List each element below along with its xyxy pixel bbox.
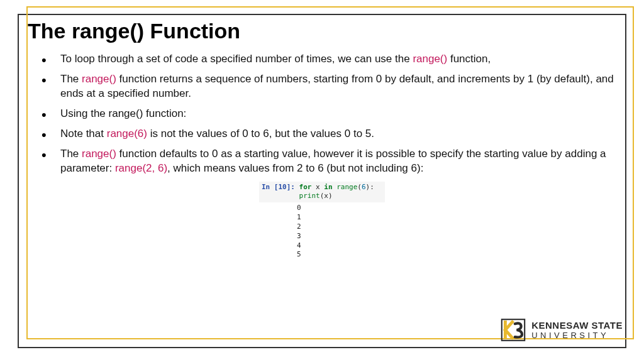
- logo-line2: UNIVERSITY: [531, 331, 623, 339]
- slide-title: The range() Function: [28, 19, 616, 43]
- highlight: range(6): [107, 128, 147, 140]
- code-text: (x): [320, 192, 333, 200]
- text: function,: [447, 53, 491, 65]
- text: Note that: [60, 128, 107, 140]
- highlight: range(): [82, 73, 116, 85]
- bullet-list: To loop through a set of code a specifie…: [28, 52, 616, 176]
- highlight: range(): [82, 148, 116, 160]
- logo-line1: KENNESAW STATE: [531, 321, 623, 330]
- text: To loop through a set of code a specifie…: [60, 53, 413, 65]
- text: is not the values of 0 to 6, but the val…: [147, 128, 374, 140]
- in-prompt: In [10]:: [262, 183, 295, 191]
- code-output: 0 1 2 3 4 5: [259, 202, 385, 260]
- slide-content: The range() Function To loop through a s…: [28, 19, 616, 260]
- university-logo: KENNESAW STATE UNIVERSITY: [500, 317, 623, 343]
- list-item: Using the range() function:: [42, 107, 616, 121]
- code-text: ):: [366, 183, 374, 191]
- code-example: In [10]: for x in range(6): print(x) 0 1…: [259, 182, 385, 260]
- text: function returns a sequence of numbers, …: [60, 73, 614, 99]
- code-text: x: [311, 183, 324, 191]
- code-input: In [10]: for x in range(6): print(x): [259, 182, 385, 203]
- code-function: range: [333, 183, 358, 191]
- highlight: range(2, 6): [115, 162, 167, 174]
- highlight: range(): [413, 53, 447, 65]
- logo-text: KENNESAW STATE UNIVERSITY: [531, 321, 623, 339]
- list-item: The range() function returns a sequence …: [42, 72, 616, 101]
- text: Using the range() function:: [60, 107, 186, 119]
- text: The: [60, 148, 82, 160]
- code-keyword: in: [324, 183, 332, 191]
- code-function: print: [299, 192, 320, 200]
- text: , which means values from 2 to 6 (but no…: [167, 162, 423, 174]
- ks-logo-icon: [500, 317, 526, 343]
- code-keyword: for: [299, 183, 312, 191]
- text: The: [60, 73, 82, 85]
- code-number: 6: [362, 183, 366, 191]
- code-indent: [262, 192, 299, 200]
- list-item: To loop through a set of code a specifie…: [42, 52, 616, 67]
- list-item: The range() function defaults to 0 as a …: [42, 147, 616, 176]
- list-item: Note that range(6) is not the values of …: [42, 127, 616, 141]
- code-text: (: [357, 183, 362, 191]
